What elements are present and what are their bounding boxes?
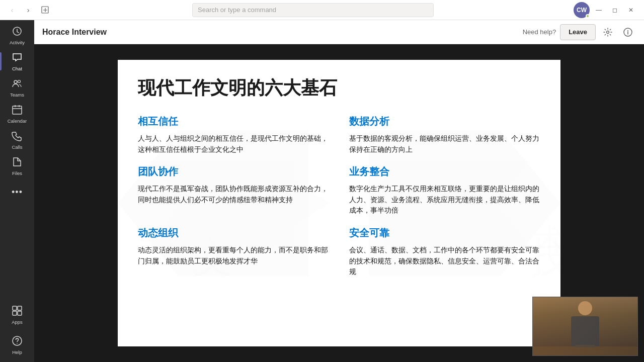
- section-team-collab: 团队协作 现代工作不是孤军奋战，团队协作既能形成资源互补的合力，同时也能提供人们…: [138, 165, 329, 216]
- sidebar-item-calendar[interactable]: Calendar: [0, 101, 34, 127]
- user-avatar[interactable]: CW: [574, 2, 590, 18]
- sidebar-item-files[interactable]: Files: [0, 153, 34, 179]
- status-indicator: [586, 14, 590, 18]
- files-label: Files: [12, 170, 22, 176]
- back-button[interactable]: ‹: [6, 4, 18, 16]
- compose-button[interactable]: [38, 3, 52, 17]
- meeting-header: Horace Interview Need help? Leave: [34, 20, 644, 44]
- calendar-icon: [12, 104, 23, 117]
- forward-button[interactable]: ›: [22, 4, 34, 16]
- section-heading-5: 安全可靠: [349, 226, 540, 240]
- settings-button[interactable]: [600, 24, 616, 40]
- apps-label: Apps: [12, 319, 23, 325]
- more-icon: •••: [12, 188, 23, 197]
- section-heading-1: 数据分析: [349, 115, 540, 128]
- presentation-area: 文 化 技 术 现代工作文明的六大基石 相互信任 人与人、人与组织之间的相: [34, 44, 644, 362]
- search-placeholder: Search or type a command: [198, 6, 276, 14]
- svg-point-2: [18, 80, 21, 82]
- section-body-5: 会议、通话、数据、文档，工作中的各个环节都要有安全可靠的技术和规范，确保数据隐私…: [349, 245, 540, 278]
- chat-label: Chat: [12, 66, 22, 71]
- restore-button[interactable]: ◻: [608, 3, 622, 17]
- section-body-0: 人与人、人与组织之间的相互信任，是现代工作文明的基础，这种相互信任植根于企业文化…: [138, 133, 329, 155]
- section-mutual-trust: 相互信任 人与人、人与组织之间的相互信任，是现代工作文明的基础，这种相互信任植根…: [138, 115, 329, 155]
- sidebar-item-teams[interactable]: Teams: [0, 74, 34, 101]
- svg-rect-4: [13, 306, 17, 310]
- content-area: Horace Interview Need help? Leave: [34, 20, 644, 362]
- sidebar-item-calls[interactable]: Calls: [0, 127, 34, 153]
- svg-point-10: [607, 31, 609, 33]
- files-icon: [12, 156, 23, 169]
- minimize-button[interactable]: —: [592, 3, 606, 17]
- titlebar-right: CW — ◻ ✕: [574, 2, 638, 18]
- help-label: Help: [12, 349, 22, 355]
- info-button[interactable]: [620, 24, 636, 40]
- calls-label: Calls: [12, 144, 22, 150]
- help-icon: [12, 335, 23, 348]
- video-overlay: [533, 297, 637, 355]
- section-body-2: 现代工作不是孤军奋战，团队协作既能形成资源互补的合力，同时也能提供人们必不可少的…: [138, 184, 329, 205]
- video-thumbnail[interactable]: [532, 297, 638, 356]
- close-button[interactable]: ✕: [624, 3, 638, 17]
- content-grid: 相互信任 人与人、人与组织之间的相互信任，是现代工作文明的基础，这种相互信任植根…: [138, 115, 540, 278]
- teams-icon: [12, 78, 23, 90]
- sidebar-item-help[interactable]: Help: [0, 332, 34, 358]
- sidebar-item-chat[interactable]: Chat: [0, 48, 34, 74]
- section-body-4: 动态灵活的组织架构，更看重每个人的能力，而不是职务和部门归属，能鼓励员工更积极地…: [138, 245, 329, 266]
- section-dynamic-org: 动态组织 动态灵活的组织架构，更看重每个人的能力，而不是职务和部门归属，能鼓励员…: [138, 226, 329, 278]
- help-link[interactable]: Need help?: [523, 28, 556, 36]
- section-security: 安全可靠 会议、通话、数据、文档，工作中的各个环节都要有安全可靠的技术和规范，确…: [349, 226, 540, 278]
- sidebar-item-more[interactable]: •••: [0, 179, 34, 205]
- slide-title: 现代工作文明的六大基石: [138, 76, 540, 101]
- svg-point-9: [17, 343, 18, 344]
- section-body-3: 数字化生产力工具不仅用来相互联络，更重要的是让组织内的人力、资源、业务流程、系统…: [349, 184, 540, 216]
- section-business-integration: 业务整合 数字化生产力工具不仅用来相互联络，更重要的是让组织内的人力、资源、业务…: [349, 165, 540, 216]
- sidebar-item-apps[interactable]: Apps: [0, 302, 34, 328]
- leave-button[interactable]: Leave: [560, 24, 596, 40]
- teams-label: Teams: [10, 92, 24, 98]
- section-heading-2: 团队协作: [138, 165, 329, 178]
- titlebar-left: ‹ ›: [6, 3, 52, 17]
- svg-rect-7: [18, 311, 22, 315]
- video-person-bg: [533, 297, 637, 355]
- slide: 文 化 技 术 现代工作文明的六大基石 相互信任 人与人、人与组织之间的相: [118, 60, 560, 346]
- svg-rect-3: [13, 106, 22, 114]
- sidebar-item-activity[interactable]: Activity: [0, 22, 34, 48]
- main-layout: Activity Chat Teams: [0, 20, 644, 362]
- calendar-label: Calendar: [8, 118, 27, 124]
- search-bar[interactable]: Search or type a command: [192, 3, 434, 17]
- titlebar: ‹ › Search or type a command CW — ◻ ✕: [0, 0, 644, 20]
- activity-label: Activity: [10, 40, 25, 45]
- chat-icon: [12, 52, 23, 64]
- sidebar: Activity Chat Teams: [0, 20, 34, 362]
- calls-icon: [12, 130, 23, 143]
- section-body-1: 基于数据的客观分析，能确保组织运营、业务发展、个人努力保持在正确的方向上: [349, 133, 540, 155]
- svg-rect-6: [13, 311, 17, 315]
- section-data-analysis: 数据分析 基于数据的客观分析，能确保组织运营、业务发展、个人努力保持在正确的方向…: [349, 115, 540, 155]
- section-heading-3: 业务整合: [349, 165, 540, 178]
- activity-icon: [12, 26, 23, 38]
- apps-icon: [12, 305, 23, 318]
- svg-point-1: [14, 80, 17, 83]
- meeting-title: Horace Interview: [42, 28, 523, 37]
- section-heading-0: 相互信任: [138, 115, 329, 128]
- section-heading-4: 动态组织: [138, 226, 329, 240]
- meeting-actions: Need help? Leave: [523, 24, 636, 40]
- svg-rect-5: [18, 306, 22, 310]
